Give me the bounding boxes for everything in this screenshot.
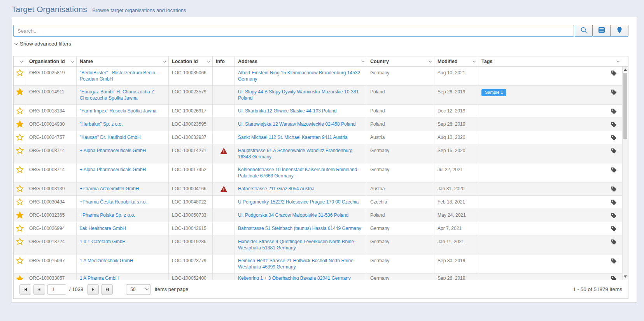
address-link[interactable]: U Pergamenky 1522/2 Holesovice Prague 17… xyxy=(238,199,359,205)
favorite-star-icon[interactable] xyxy=(16,225,24,232)
column-header-country[interactable]: Country xyxy=(367,56,434,66)
organisation-name-link[interactable]: +Pharma Polska Sp. z o.o. xyxy=(80,212,135,218)
first-page-button[interactable] xyxy=(19,284,31,295)
organisation-name-link[interactable]: +Pharma Česká Republika s.r.o. xyxy=(80,199,147,205)
column-header-tags[interactable]: Tags xyxy=(478,56,628,66)
column-menu-icon[interactable] xyxy=(429,59,432,62)
column-menu-icon[interactable] xyxy=(207,59,210,62)
column-header-favorite[interactable] xyxy=(14,56,26,66)
address-link[interactable]: Hafnerstrasse 211 Graz 8054 Austria xyxy=(238,186,315,191)
table-row[interactable]: ORG-100014930 "Herbalux" Sp. z o.o. LOC-… xyxy=(14,118,622,131)
organisation-name-link[interactable]: 1 0 1 Carefarm GmbH xyxy=(80,239,126,244)
table-row[interactable]: ORG-100003139 +Pharma Arzneimittel GmbH … xyxy=(14,182,622,196)
favorite-star-icon[interactable] xyxy=(16,107,24,114)
column-header-name[interactable]: Name xyxy=(77,56,169,66)
favorite-star-icon[interactable] xyxy=(16,198,24,205)
table-row[interactable]: ORG-100024757 "Kausan" Dr. Kaufhold GmbH… xyxy=(14,131,622,144)
table-row[interactable]: ORG-100013724 1 0 1 Carefarm GmbH LOC-10… xyxy=(14,235,622,254)
table-row[interactable]: ORG-100033057 1 A Pharma GmbH LOC-100052… xyxy=(14,274,622,280)
organisation-name-link[interactable]: + Alpha Pharmaceuticals GmbH xyxy=(80,167,146,172)
previous-page-button[interactable] xyxy=(33,284,45,295)
favorite-star-icon[interactable] xyxy=(16,147,24,154)
page-number-input[interactable] xyxy=(47,284,66,295)
address-link[interactable]: Sankt Michael 112 St. Michael Kaernten 9… xyxy=(238,135,348,140)
tag-icon[interactable] xyxy=(611,167,617,173)
favorite-star-icon[interactable] xyxy=(16,211,24,219)
address-link[interactable]: Albert-Einstein-Ring 15 Kleinmachnow Bra… xyxy=(238,70,360,82)
tag-icon[interactable] xyxy=(611,108,617,114)
address-link[interactable]: Ul. Slupy 44 B Slupy Dywity Warminsko-Ma… xyxy=(238,89,359,101)
table-row[interactable]: ORG-100026994 0ak Healthcare GmbH LOC-10… xyxy=(14,222,622,235)
address-link[interactable]: Bahnstrasse 51 Steinbach (taunus) Hassia… xyxy=(238,226,361,231)
address-link[interactable]: Keltenring 1 + 3 Oberhaching Bavaria 820… xyxy=(238,275,351,280)
favorite-star-icon[interactable] xyxy=(16,88,24,95)
table-row[interactable]: ORG-100015097 1 A Medizintechnik GmbH LO… xyxy=(14,254,622,274)
last-page-button[interactable] xyxy=(101,284,113,295)
address-link[interactable]: Ul. Starowiejska 12 Warsaw Mazowieckie 0… xyxy=(238,121,355,127)
tag-icon[interactable] xyxy=(611,70,617,76)
organisation-name-link[interactable]: "Kausan" Dr. Kaufhold GmbH xyxy=(80,135,141,140)
tag-icon[interactable] xyxy=(611,275,617,280)
table-row[interactable]: ORG-100008714 + Alpha Pharmaceuticals Gm… xyxy=(14,163,622,182)
tag-icon[interactable] xyxy=(611,226,617,232)
advanced-filters-toggle[interactable]: Show advanced filters xyxy=(14,41,71,47)
next-page-button[interactable] xyxy=(87,284,99,295)
organisation-name-link[interactable]: "BerlinBlister" - Blisterzentrum Berlin-… xyxy=(80,70,157,82)
column-menu-icon[interactable] xyxy=(71,59,74,62)
organisation-name-link[interactable]: +Pharma Arzneimittel GmbH xyxy=(80,186,139,191)
address-link[interactable]: Ul. Podgorska 34 Cracow Malopolskie 31-5… xyxy=(238,212,348,218)
table-view-button[interactable] xyxy=(593,25,611,37)
address-link[interactable]: Hauptstrasse 61 A Schoenwalde Wandlitz B… xyxy=(238,148,352,160)
organisation-name-link[interactable]: "Farm-Impex" Rusecki Spółka Jawna xyxy=(80,108,156,114)
table-row[interactable]: ORG-100032365 +Pharma Polska Sp. z o.o. … xyxy=(14,209,622,222)
address-link[interactable]: Ul. Skarbnika 12 Gliwice Slaskie 44-103 … xyxy=(238,108,336,114)
favorite-star-icon[interactable] xyxy=(16,275,24,280)
scroll-down-icon[interactable] xyxy=(624,275,627,278)
tag-icon[interactable] xyxy=(611,89,617,95)
favorite-star-icon[interactable] xyxy=(16,185,24,192)
column-header-organisation-id[interactable]: Organisation Id xyxy=(26,56,77,66)
column-menu-icon[interactable] xyxy=(472,59,476,62)
organisation-name-link[interactable]: "Herbalux" Sp. z o.o. xyxy=(80,121,123,127)
organisation-name-link[interactable]: "Eurogaz-Bombi" H. Choroszucha Z. Choros… xyxy=(80,89,156,101)
favorite-star-icon[interactable] xyxy=(16,69,24,76)
favorite-star-icon[interactable] xyxy=(16,120,24,128)
favorite-star-icon[interactable] xyxy=(16,166,24,173)
favorite-star-icon[interactable] xyxy=(16,238,24,245)
favorite-star-icon[interactable] xyxy=(16,257,24,264)
column-header-address[interactable]: Address xyxy=(235,56,367,66)
column-header-modified[interactable]: Modified xyxy=(434,56,478,66)
address-link[interactable]: Heinrich-Hertz-Strasse 21 Holtwick Bocho… xyxy=(238,258,355,270)
favorite-star-icon[interactable] xyxy=(16,133,24,141)
table-row[interactable]: ORG-100014911 "Eurogaz-Bombi" H. Chorosz… xyxy=(14,86,622,105)
scrollbar-thumb[interactable] xyxy=(623,73,627,139)
column-header-location-id[interactable]: Location Id xyxy=(169,56,213,66)
organisation-name-link[interactable]: + Alpha Pharmaceuticals GmbH xyxy=(80,148,146,153)
tag-icon[interactable] xyxy=(611,148,617,154)
column-menu-icon[interactable] xyxy=(616,59,620,62)
address-link[interactable]: Kohlenhofstrasse 10 Innenstadt Kaisersla… xyxy=(238,167,359,179)
map-view-button[interactable] xyxy=(611,25,628,37)
column-menu-icon[interactable] xyxy=(20,59,23,62)
page-size-select[interactable]: 50 xyxy=(126,284,151,295)
search-input[interactable] xyxy=(13,25,574,37)
table-row[interactable]: ORG-100025819 "BerlinBlister" - Blisterz… xyxy=(14,67,622,86)
table-row[interactable]: ORG-100018134 "Farm-Impex" Rusecki Spółk… xyxy=(14,105,622,118)
organisation-name-link[interactable]: 0ak Healthcare GmbH xyxy=(80,226,126,231)
search-button[interactable] xyxy=(575,25,593,37)
tag-icon[interactable] xyxy=(611,121,617,128)
column-header-info[interactable]: Info xyxy=(213,56,235,66)
tag-icon[interactable] xyxy=(611,199,617,205)
tag-icon[interactable] xyxy=(611,135,617,141)
column-menu-icon[interactable] xyxy=(361,59,364,62)
table-row[interactable]: ORG-100030494 +Pharma Česká Republika s.… xyxy=(14,196,622,209)
organisation-name-link[interactable]: 1 A Pharma GmbH xyxy=(80,275,119,280)
tag-icon[interactable] xyxy=(611,186,617,192)
tag-icon[interactable] xyxy=(611,239,617,245)
address-link[interactable]: Fixheider Strasse 4 Quettingen Leverkuse… xyxy=(238,239,355,251)
scroll-up-icon[interactable] xyxy=(624,68,627,71)
tag-icon[interactable] xyxy=(611,258,617,264)
vertical-scrollbar[interactable] xyxy=(622,67,628,280)
table-row[interactable]: ORG-100008714 + Alpha Pharmaceuticals Gm… xyxy=(14,144,622,163)
tag-icon[interactable] xyxy=(611,212,617,219)
